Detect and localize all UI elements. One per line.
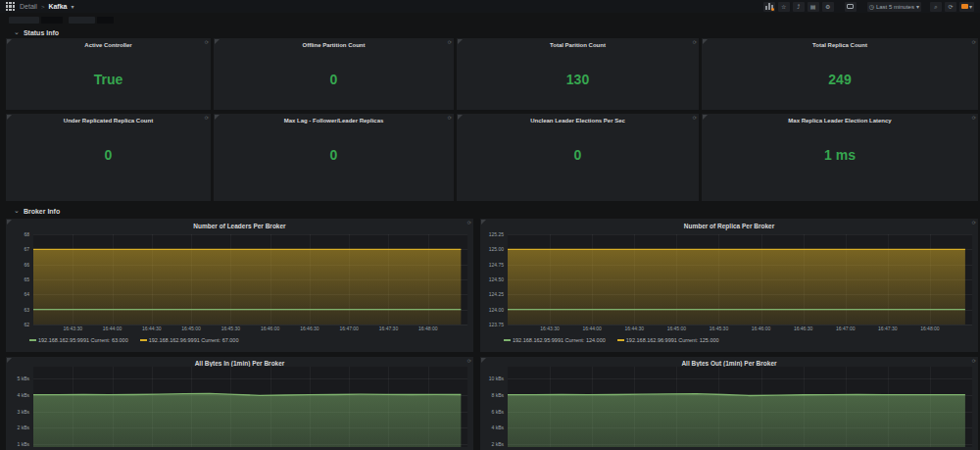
panel-refresh-icon[interactable]: ⟳ [972, 358, 976, 364]
panel-corner-icon[interactable] [7, 220, 12, 225]
panel-corner-icon[interactable] [7, 115, 12, 120]
stat-value: 0 [105, 124, 113, 201]
x-axis-tick: 16:45:00 [181, 325, 200, 331]
panel-refresh-icon[interactable]: ⟳ [972, 115, 976, 121]
plot-wrap: 10 kBs8 kBs6 kBs4 kBs2 kBs [480, 367, 978, 447]
x-axis-tick: 16:47:00 [836, 325, 855, 331]
panel-corner-icon[interactable] [703, 39, 708, 44]
legend-series-dash [29, 339, 36, 341]
breadcrumb-root[interactable]: Detail [20, 3, 37, 10]
panel-title[interactable]: Number of Replica Per Broker [480, 219, 978, 234]
y-axis-tick: 124.50 [489, 276, 504, 282]
time-range-picker[interactable]: ◷ Last 5 minutes ▾ [867, 2, 921, 12]
series-plot [33, 367, 467, 447]
panel-corner-icon[interactable] [458, 115, 463, 120]
panel-corner-icon[interactable] [7, 39, 12, 44]
y-axis: 10 kBs8 kBs6 kBs4 kBs2 kBs [480, 367, 508, 447]
panel-offline-partition-count: ⟳ Offline Partition Count 0 [214, 38, 454, 110]
panel-refresh-icon[interactable]: ⟳ [448, 39, 452, 45]
x-axis-tick: 16:46:30 [794, 325, 812, 331]
legend-item[interactable]: 192.168.162.96:9991 Current: 67.000 [140, 337, 239, 343]
stat-value: 1 ms [824, 124, 856, 201]
panel-refresh-icon[interactable]: ⟳ [693, 39, 697, 45]
x-axis-tick: 16:48:00 [920, 325, 939, 331]
x-axis-tick: 16:46:30 [300, 325, 318, 331]
plot-area[interactable] [33, 367, 467, 447]
legend-item[interactable]: 192.168.162.95:9991 Current: 63.000 [29, 337, 128, 343]
chevron-down-icon[interactable]: ▾ [72, 3, 74, 10]
x-axis-tick: 16:44:30 [142, 325, 161, 331]
dashboard-picker-icon[interactable] [6, 2, 15, 11]
y-axis-tick: 1 kBs [17, 441, 29, 447]
panel-corner-icon[interactable] [215, 115, 220, 120]
plot-wrap: 68676665646362 [6, 234, 473, 325]
panel-corner-icon[interactable] [215, 39, 220, 44]
breadcrumb-separator: > [41, 4, 45, 10]
folder-dropdown-button[interactable]: ▾ [959, 2, 974, 12]
plot-area[interactable] [508, 234, 972, 325]
panel-refresh-icon[interactable]: ⟳ [205, 115, 209, 121]
y-axis-tick: 3 kBs [17, 409, 29, 415]
template-variable-value[interactable] [41, 17, 63, 24]
star-button[interactable]: ☆ [778, 2, 790, 12]
panel-title[interactable]: All Bytes Out (1min) Per Broker [480, 357, 978, 367]
panel-refresh-icon[interactable]: ⟳ [972, 39, 976, 45]
panel-refresh-icon[interactable]: ⟳ [467, 358, 471, 364]
plot-area[interactable] [33, 234, 467, 325]
x-axis-tick: 16:44:30 [625, 325, 644, 331]
share-button[interactable]: ⤴ [793, 2, 805, 12]
section-status-info[interactable]: ⌄ Status Info [0, 26, 980, 38]
template-variable-value[interactable] [97, 17, 114, 24]
y-axis-tick: 5 kBs [17, 375, 29, 381]
plot-wrap: 125.25125.00124.75124.50124.25124.00123.… [480, 234, 978, 325]
y-axis: 125.25125.00124.75124.50124.25124.00123.… [480, 234, 508, 325]
legend-series-dash [140, 339, 147, 341]
y-axis: 5 kBs4 kBs3 kBs2 kBs1 kBs [6, 367, 33, 447]
settings-button[interactable]: ⚙ [822, 2, 834, 12]
panel-refresh-icon[interactable]: ⟳ [467, 220, 471, 225]
legend: 192.168.162.95:9991 Current: 63.000192.1… [6, 334, 473, 345]
panel-total-partition-count: ⟳ Total Parition Count 130 [457, 38, 699, 110]
legend-item[interactable]: 192.168.162.95:9991 Current: 124.000 [504, 337, 606, 343]
panel-title[interactable]: Number of Leaders Per Broker [6, 219, 473, 234]
panel-refresh-icon[interactable]: ⟳ [205, 39, 209, 45]
y-axis-tick: 62 [24, 322, 29, 327]
x-axis-tick: 16:45:00 [667, 325, 686, 331]
monitor-icon [847, 4, 854, 9]
panel-corner-icon[interactable] [458, 39, 463, 44]
panel-total-replica-count: ⟳ Total Replica Count 249 [702, 38, 978, 110]
legend-item[interactable]: 192.168.162.96:9991 Current: 125.000 [617, 337, 719, 343]
notification-dot [771, 8, 774, 11]
stat-value: True [94, 48, 123, 110]
section-broker-info[interactable]: ⌄ Broker Info [0, 203, 980, 219]
panel-refresh-icon[interactable]: ⟳ [972, 220, 976, 225]
chevron-down-icon: ▾ [969, 4, 972, 10]
y-axis-tick: 63 [24, 307, 29, 313]
x-axis-tick: 16:43:30 [540, 325, 559, 331]
folder-icon [961, 4, 968, 9]
panel-corner-icon[interactable] [481, 358, 486, 363]
panel-corner-icon[interactable] [703, 115, 708, 120]
x-axis-tick: 16:45:30 [221, 325, 240, 331]
panel-refresh-icon[interactable]: ⟳ [448, 115, 452, 121]
refresh-button[interactable]: ⟳ [945, 2, 956, 12]
panel-corner-icon[interactable] [481, 220, 486, 225]
panel-corner-icon[interactable] [7, 358, 12, 363]
analytics-badge-icon[interactable] [763, 2, 775, 12]
panel-refresh-icon[interactable]: ⟳ [693, 115, 697, 121]
panel-title[interactable]: All Bytes In (1min) Per Broker [6, 357, 473, 367]
y-axis-tick: 125.25 [489, 231, 504, 237]
panel-number-of-replica-per-broker: ⟳ Number of Replica Per Broker 125.25125… [480, 219, 978, 352]
panel-active-controller: ⟳ Active Controller True [6, 38, 211, 110]
zoom-out-button[interactable]: ⌕ [930, 2, 942, 12]
x-axis-tick: 16:47:30 [379, 325, 398, 331]
y-axis-tick: 6 kBs [491, 409, 504, 415]
panel-unclean-leader-elections: ⟳ Unclean Leader Elections Per Sec 0 [457, 114, 699, 201]
save-button[interactable]: ▤ [808, 2, 819, 12]
stat-row-1: ⟳ Active Controller True ⟳ Offline Parti… [0, 38, 980, 110]
breadcrumb-current[interactable]: Kafka [48, 3, 67, 10]
tv-mode-button[interactable] [845, 2, 857, 12]
y-axis-tick: 124.25 [489, 291, 504, 297]
plot-area[interactable] [508, 367, 972, 447]
refresh-icon: ⟳ [948, 4, 953, 10]
